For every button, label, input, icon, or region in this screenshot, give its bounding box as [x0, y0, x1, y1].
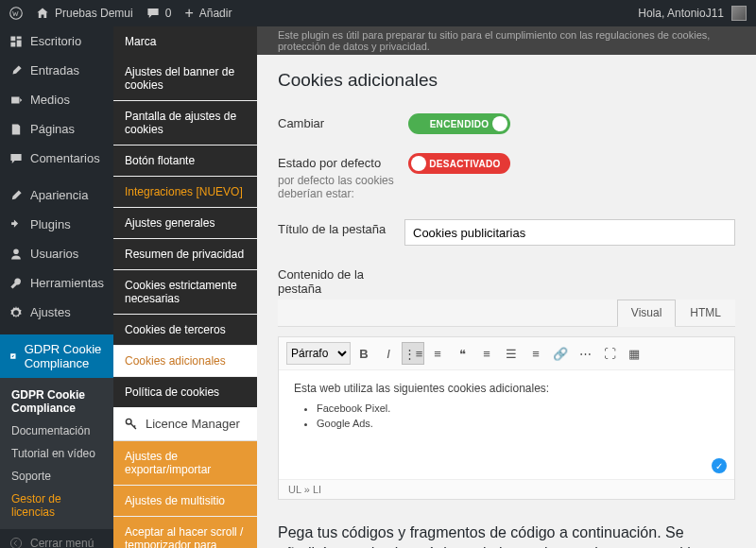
submenu-item-4[interactable]: Gestor de licencias: [0, 488, 113, 523]
plugin-nav-8[interactable]: Cookies de terceros: [113, 315, 257, 346]
content-area: Este plugin es útil para preparar tu sit…: [257, 26, 756, 548]
submenu-item-2[interactable]: Tutorial en vídeo: [0, 442, 113, 465]
page-title: Cookies adicionales: [278, 70, 735, 91]
plugin-nav-14[interactable]: Aceptar al hacer scroll / temporizador p…: [113, 517, 257, 548]
tabtitle-label: Título de la pestaña: [278, 219, 404, 236]
plugin-nav-11[interactable]: Licence Manager: [113, 407, 257, 441]
menu-item-5[interactable]: Apariencia: [0, 180, 113, 210]
avatar[interactable]: [731, 6, 747, 21]
check-icon: ✓: [712, 458, 727, 473]
align-center-button[interactable]: ☰: [500, 342, 523, 365]
number-list-button[interactable]: ≡: [426, 342, 449, 365]
collapse-menu[interactable]: Cerrar menú: [0, 529, 113, 548]
editor-wrapper: Visual HTML Párrafo B I ⋮≡ ≡ ❝ ≡ ☰ ≡ 🔗 ⋯…: [278, 300, 735, 500]
bold-button[interactable]: B: [352, 342, 375, 365]
submenu-item-1[interactable]: Documentación: [0, 420, 113, 442]
menu-item-1[interactable]: Entradas: [0, 56, 113, 85]
menu-item-10[interactable]: GDPR Cookie Compliance: [0, 334, 113, 378]
plugin-nav-2[interactable]: Pantalla de ajustes de cookies: [113, 101, 257, 146]
content-label: Contenido de la pestaña: [278, 265, 408, 296]
submenu-item-3[interactable]: Soporte: [0, 465, 113, 488]
default-toggle[interactable]: DESACTIVADO: [408, 153, 510, 174]
site-link[interactable]: Pruebas Demui: [36, 7, 133, 20]
plugin-submenu: MarcaAjustes del banner de cookiesPantal…: [113, 26, 257, 548]
toolbar-toggle-button[interactable]: ▦: [623, 342, 645, 365]
plugin-nav-3[interactable]: Botón flotante: [113, 146, 257, 177]
submenu-item-0[interactable]: GDPR Cookie Compliance: [0, 384, 113, 420]
menu-item-6[interactable]: Plugins: [0, 210, 113, 239]
enable-toggle[interactable]: ENCENDIDO: [408, 113, 510, 134]
svg-point-0: [10, 8, 23, 20]
plugin-nav-0: Marca: [113, 26, 257, 57]
format-select[interactable]: Párrafo: [286, 342, 351, 365]
plugin-nav-12[interactable]: Ajustes de exportar/importar: [113, 441, 257, 486]
menu-item-4[interactable]: Comentarios: [0, 144, 113, 173]
comments-link[interactable]: 0: [146, 7, 172, 20]
editor-path: UL » LI: [279, 479, 734, 499]
menu-item-8[interactable]: Herramientas: [0, 268, 113, 298]
plugin-nav-7[interactable]: Cookies estrictamente necesarias: [113, 270, 257, 315]
profile-link[interactable]: Hola, AntonioJ11: [638, 7, 724, 20]
bullet-list-button[interactable]: ⋮≡: [402, 342, 424, 365]
plugin-nav-10: Política de cookies: [113, 377, 257, 407]
svg-point-1: [10, 538, 21, 548]
default-label: Estado por defecto: [278, 153, 408, 170]
editor-toolbar: Párrafo B I ⋮≡ ≡ ❝ ≡ ☰ ≡ 🔗 ⋯ ⛶ ▦: [279, 337, 734, 370]
align-left-button[interactable]: ≡: [475, 342, 498, 365]
link-button[interactable]: 🔗: [549, 342, 572, 365]
quote-button[interactable]: ❝: [451, 342, 473, 365]
editor-tab-html[interactable]: HTML: [676, 300, 735, 326]
tab-title-input[interactable]: [404, 219, 735, 246]
align-right-button[interactable]: ≡: [524, 342, 547, 365]
wp-logo-link[interactable]: [9, 7, 23, 20]
menu-item-9[interactable]: Ajustes: [0, 298, 113, 327]
menu-item-3[interactable]: Páginas: [0, 114, 113, 144]
italic-button[interactable]: I: [377, 342, 400, 365]
add-new-link[interactable]: +Añadir: [184, 5, 232, 22]
menu-item-0[interactable]: Escritorio: [0, 26, 113, 56]
plugin-nav-13[interactable]: Ajustes de multisitio: [113, 486, 257, 517]
menu-item-7[interactable]: Usuarios: [0, 239, 113, 268]
code-section-title: Pega tus códigos y fragmentos de código …: [278, 522, 735, 548]
editor-tab-visual[interactable]: Visual: [617, 300, 676, 327]
main-menu: EscritorioEntradasMediosPáginasComentari…: [0, 26, 113, 548]
plugin-nav-9[interactable]: Cookies adicionales: [113, 346, 257, 377]
plugin-nav-6[interactable]: Resumen de privacidad: [113, 239, 257, 270]
plugin-nav-5[interactable]: Ajustes generales: [113, 208, 257, 239]
plugin-nav-1[interactable]: Ajustes del banner de cookies: [113, 57, 257, 101]
menu-item-2[interactable]: Medios: [0, 85, 113, 114]
more-button[interactable]: ⋯: [574, 342, 596, 365]
fullscreen-button[interactable]: ⛶: [598, 342, 621, 365]
default-hint: por defecto las cookies deberían estar:: [278, 174, 408, 200]
switch-label: Cambiar: [278, 113, 408, 130]
plugin-nav-4[interactable]: Integraciones [NUEVO]: [113, 177, 257, 208]
admin-topbar: Pruebas Demui 0 +Añadir Hola, AntonioJ11: [0, 0, 756, 26]
plugin-banner: Este plugin es útil para preparar tu sit…: [257, 26, 756, 55]
svg-point-2: [126, 419, 131, 424]
editor-body[interactable]: Esta web utiliza las siguientes cookies …: [279, 370, 734, 479]
